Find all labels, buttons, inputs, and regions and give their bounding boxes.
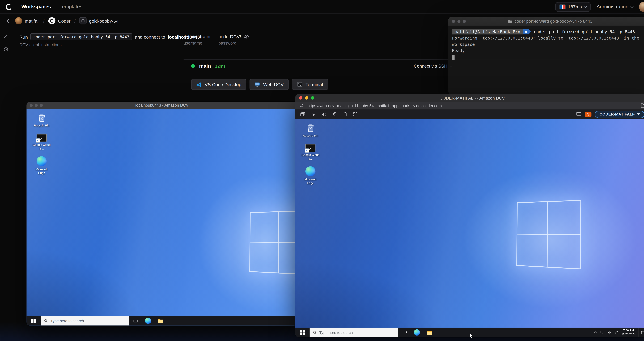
terminal-command: coder port-forward gold-booby-54 -p 8443 <box>534 29 635 34</box>
session-dropdown[interactable]: CODER-MATIFALI- <box>595 110 644 118</box>
breadcrumb-template[interactable]: Coder <box>48 17 70 24</box>
console-icon <box>306 144 316 152</box>
google-cloud-shell-shortcut[interactable]: Google Cloud S... <box>300 144 321 160</box>
topnav-right: 187ms Administration <box>555 2 644 12</box>
nav-templates[interactable]: Templates <box>60 4 82 10</box>
taskbar-search[interactable] <box>310 328 398 337</box>
chevron-up-icon[interactable] <box>594 330 598 334</box>
taskbar-clock[interactable]: 7:38 PM 11/20/2024 <box>622 329 636 336</box>
breadcrumb-workspace[interactable]: gold-booby-54 <box>79 17 118 24</box>
file-explorer-button[interactable] <box>423 328 436 337</box>
displays-icon[interactable] <box>576 112 582 117</box>
localhost-window-titlebar[interactable]: localhost:8443 - Amazon DCV <box>26 102 298 109</box>
file-explorer-button[interactable] <box>154 316 167 326</box>
password-label: password <box>218 41 249 45</box>
fullscreen-icon[interactable] <box>353 112 358 117</box>
taskbar-search[interactable] <box>41 316 129 326</box>
folder-icon <box>157 318 164 324</box>
remote-desktop-localhost[interactable]: Recycle Bin Google Cloud S... Microsoft … <box>26 109 298 326</box>
connection-icon[interactable] <box>300 103 304 108</box>
folder-icon <box>508 19 512 23</box>
task-view-button[interactable] <box>129 316 142 326</box>
recycle-bin-shortcut[interactable]: Recycle Bin <box>31 112 52 128</box>
pen-icon[interactable] <box>615 330 618 334</box>
username-value: Administrator <box>184 34 211 39</box>
close-icon[interactable] <box>299 96 302 100</box>
username-label: username <box>184 41 211 45</box>
search-input[interactable] <box>319 330 394 334</box>
edge-taskbar-button[interactable] <box>410 328 423 337</box>
edge-icon <box>36 156 47 166</box>
google-cloud-shell-shortcut[interactable]: Google Cloud S... <box>31 134 52 150</box>
administration-menu[interactable]: Administration <box>596 4 633 10</box>
connect-via-ssh-dropdown[interactable]: Connect via SSH <box>414 63 452 68</box>
microsoft-edge-shortcut[interactable]: Microsoft Edge <box>300 166 321 185</box>
terminal-prompt-line: matifali@Atifs-MacBook-Pro»coder port-fo… <box>452 28 644 35</box>
clipboard-icon[interactable] <box>343 112 347 117</box>
task-view-icon <box>401 330 407 335</box>
speaker-icon[interactable] <box>321 112 327 117</box>
wallpaper-light-beams <box>295 119 644 337</box>
webcam-icon[interactable] <box>332 112 337 117</box>
toggle-password-visibility-icon[interactable] <box>244 35 249 38</box>
web-dcv-button[interactable]: Web DCV <box>250 79 289 90</box>
start-button[interactable] <box>26 316 41 326</box>
zoom-icon[interactable] <box>40 104 43 107</box>
history-icon[interactable] <box>3 46 10 53</box>
zoom-icon[interactable] <box>463 20 466 23</box>
terminal-icon <box>297 82 302 87</box>
user-menu[interactable] <box>639 2 644 12</box>
left-rail <box>0 28 12 341</box>
dcv-toolbar: 3 CODER-MATIFALI- <box>295 110 644 119</box>
coder-topnav: Workspaces Templates 187ms Administratio… <box>0 0 644 14</box>
copy-page-icon[interactable] <box>640 103 644 108</box>
edge-taskbar-button[interactable] <box>142 316 154 326</box>
terminal-body[interactable]: matifali@Atifs-MacBook-Pro»coder port-fo… <box>448 26 644 62</box>
minimize-icon[interactable] <box>458 20 460 23</box>
recycle-bin-shortcut[interactable]: Recycle Bin <box>300 122 321 138</box>
connect-label: and connect to <box>135 34 165 39</box>
dcv-window-titlebar[interactable]: CODER-MATIFALI- - Amazon DCV <box>295 94 644 102</box>
windows-logo <box>516 200 581 270</box>
screen: Workspaces Templates 187ms Administratio… <box>0 0 644 341</box>
coder-template-icon <box>48 17 56 24</box>
back-button[interactable] <box>5 18 11 24</box>
username-credential: Administrator username <box>184 34 211 45</box>
microsoft-edge-shortcut[interactable]: Microsoft Edge <box>31 156 52 175</box>
folder-icon <box>426 330 432 336</box>
mouse-cursor <box>470 333 473 339</box>
breadcrumb-user[interactable]: matifali <box>15 17 40 24</box>
shortcut-arrow-icon <box>36 138 40 142</box>
minimize-icon[interactable] <box>305 96 308 100</box>
vscode-desktop-button[interactable]: VS Code Desktop <box>191 79 246 90</box>
close-icon[interactable] <box>452 20 455 23</box>
display-icon <box>255 82 260 87</box>
search-input[interactable] <box>50 318 126 323</box>
microphone-icon[interactable] <box>311 112 316 117</box>
notification-count-badge[interactable]: 3 <box>585 112 592 117</box>
terminal-button[interactable]: Terminal <box>292 79 328 90</box>
close-icon[interactable] <box>30 104 33 107</box>
coder-logo[interactable] <box>5 3 13 11</box>
remote-desktop-coder-matifali[interactable]: Recycle Bin Google Cloud S... Microsoft … <box>295 119 644 337</box>
action-center-button[interactable] <box>638 328 644 337</box>
localhost-window-title: localhost:8443 - Amazon DCV <box>135 103 188 108</box>
task-view-button[interactable] <box>398 328 410 337</box>
divider-vertical <box>180 30 180 54</box>
zoom-icon[interactable] <box>311 96 314 100</box>
dcv-url-bar: https://web-dcv--main--gold-booby-54--ma… <box>295 102 644 110</box>
recycle-bin-icon <box>305 122 316 133</box>
volume-icon[interactable] <box>608 330 612 334</box>
magic-wand-icon[interactable] <box>3 33 10 40</box>
terminal-output-line: Ready! <box>452 48 644 54</box>
nav-workspaces[interactable]: Workspaces <box>22 4 51 10</box>
latency-dropdown[interactable]: 187ms <box>555 2 590 12</box>
start-button[interactable] <box>295 328 310 337</box>
dcv-client-instructions-link[interactable]: DCV client instructions <box>19 42 201 47</box>
edge-icon <box>145 318 151 324</box>
terminal-titlebar[interactable]: coder port-forward gold-booby-54 -p 8443 <box>448 17 644 26</box>
url-text[interactable]: https://web-dcv--main--gold-booby-54--ma… <box>308 103 636 108</box>
network-icon[interactable] <box>600 330 605 334</box>
session-windows-icon[interactable] <box>300 112 306 117</box>
minimize-icon[interactable] <box>35 104 38 107</box>
